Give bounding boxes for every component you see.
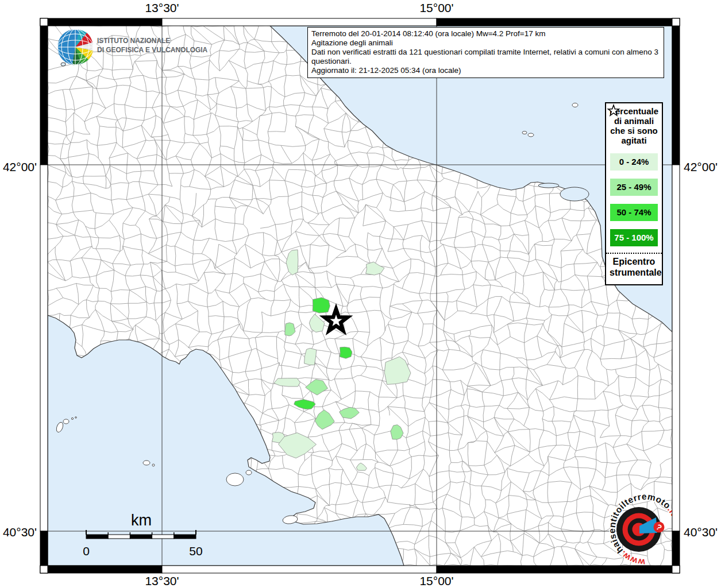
axis-label-left-40: 40°30' [0,525,37,539]
info-line-updated: Aggiornato il: 21-12-2025 05:34 (ora loc… [311,66,660,75]
island-tremiti [528,133,534,137]
frame-corner [40,18,48,26]
frame-corner [40,566,48,573]
info-line-event: Terremoto del 20-01-2014 08:12:40 (ora l… [311,29,660,38]
ingv-logo-text: ISTITUTO NAZIONALE DI GEOFISICA E VULCAN… [97,36,207,55]
legend-class-75-100: 75 - 100% [610,229,658,246]
legend-class-50-74: 50 - 74% [610,204,658,221]
islet [75,417,77,419]
scale-end-label: 50 [182,544,210,558]
scale-start-label: 0 [72,544,101,558]
earthquake-info-box: Terremoto del 20-01-2014 08:12:40 (ora l… [307,27,664,78]
scale-unit-label: km [115,512,168,529]
legend-title-line: di animali [610,116,658,126]
legend-divider [606,253,662,254]
legend-class-25-49: 25 - 49% [610,179,658,196]
municipality-polygon [340,347,352,358]
legend-class-0-24: 0 - 24% [610,153,658,171]
lagoon-lesina [538,183,559,188]
axis-label-bottom-left: 13°30' [128,574,196,588]
legend-epicenter-line1: Epicentro [610,256,658,267]
legend-epicenter-line2: strumentale [610,267,658,278]
axis-label-top-right: 15°00' [402,1,471,15]
island [63,419,69,424]
island-ventotene [143,461,150,465]
axis-label-right-42: 42°00' [684,160,718,174]
island-ischia [226,473,244,486]
ingv-line1: ISTITUTO NAZIONALE [97,36,207,45]
frame-corner [672,18,680,26]
frame-corner [672,566,680,573]
axis-label-right-40: 40°30' [684,525,718,539]
municipality-polygon [313,297,330,313]
island-tremiti [522,131,527,134]
info-line-source: Dati non verificati estratti da 121 ques… [311,48,660,66]
info-line-subject: Agitazione degli animali [311,38,660,48]
island [572,103,578,107]
legend-title-line: che si sono [610,126,658,136]
ingv-line2: DI GEOFISICA E VULCANOLOGIA [97,45,207,55]
island-procida [246,470,252,475]
islet [152,464,155,466]
islet [71,417,73,419]
earthquake-map-figure: ? www.haisentitoilterremoto.it [0,0,721,588]
lagoon-varano [560,187,589,201]
axis-label-top-left: 13°30' [128,1,196,15]
legend-title-line: agitati [610,136,658,145]
axis-label-bottom-right: 15°00' [402,574,471,588]
lake-small [61,63,65,66]
municipality-polygon [304,348,317,365]
ingv-logo-globe [57,29,93,65]
map-legend: Percentuale di animali che si sono agita… [605,102,663,285]
map-canvas: ? www.haisentitoilterremoto.it [0,0,721,588]
axis-label-left-42: 42°00' [0,160,37,174]
